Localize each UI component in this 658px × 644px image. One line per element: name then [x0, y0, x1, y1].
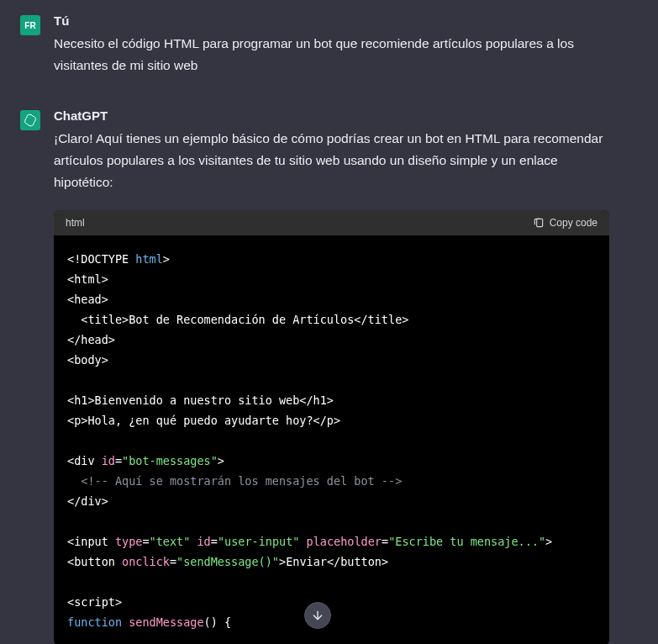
user-text: Necesito el código HTML para programar u… — [54, 33, 609, 77]
clipboard-icon — [533, 217, 545, 229]
copy-code-button[interactable]: Copy code — [533, 217, 597, 229]
code-body[interactable]: <!DOCTYPE html> <html> <head> <title>Bot… — [54, 235, 609, 644]
assistant-text: ¡Claro! Aquí tienes un ejemplo básico de… — [54, 128, 609, 193]
svg-rect-0 — [536, 219, 542, 226]
copy-code-label: Copy code — [550, 217, 597, 229]
user-message: FR Tú Necesito el código HTML para progr… — [20, 13, 609, 77]
chat-thread: FR Tú Necesito el código HTML para progr… — [0, 0, 658, 644]
user-author-label: Tú — [54, 13, 609, 28]
chatgpt-logo-icon — [24, 113, 37, 127]
code-header: html Copy code — [54, 210, 609, 235]
assistant-author-label: ChatGPT — [54, 108, 609, 123]
assistant-message: ChatGPT ¡Claro! Aquí tienes un ejemplo b… — [20, 108, 609, 644]
assistant-content: ChatGPT ¡Claro! Aquí tienes un ejemplo b… — [54, 108, 609, 644]
assistant-avatar — [20, 110, 40, 130]
user-content: Tú Necesito el código HTML para programa… — [54, 13, 609, 77]
code-block: html Copy code <!DOCTYPE html> <html> <h… — [54, 210, 609, 644]
code-language-label: html — [66, 217, 85, 229]
user-avatar: FR — [20, 15, 40, 35]
scroll-to-bottom-button[interactable] — [304, 602, 331, 629]
avatar-initials: FR — [24, 21, 35, 30]
arrow-down-icon — [311, 609, 324, 622]
